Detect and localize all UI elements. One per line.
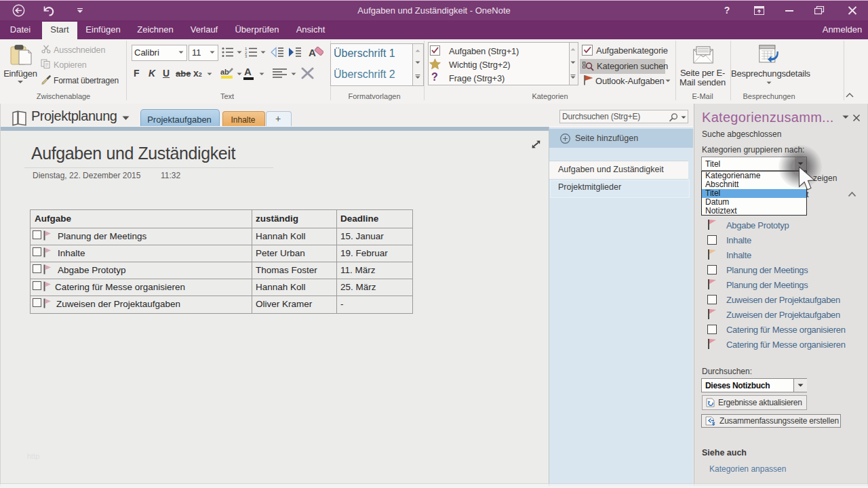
svg-text:A: A [309,47,316,58]
svg-text:ab: ab [220,68,229,76]
svg-text:3: 3 [245,54,248,58]
